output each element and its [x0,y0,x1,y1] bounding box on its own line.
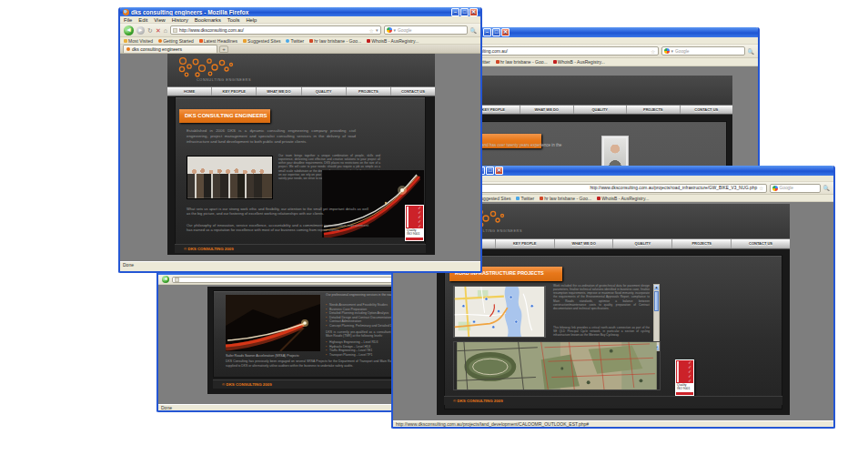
firefox-icon [158,39,162,43]
new-tab-button[interactable]: + [219,46,228,53]
search-box[interactable]: ▾ Google [661,46,745,56]
project-paragraph-2: This bikeway link provides a critical no… [553,326,650,337]
maximize-button[interactable]: □ [492,28,500,36]
nav-quality[interactable]: QUALITY [574,106,628,114]
status-text: Done [161,405,172,410]
folder-icon [124,39,127,43]
home-icon[interactable]: ⌂ [164,26,167,35]
tab-bar: dks consulting engineers + [120,45,480,54]
close-button[interactable]: ✕ [469,8,478,16]
page-viewport: CONSULTING ENGINEERS HOME KEY PEOPLE WHA… [120,54,480,261]
status-bar: Done [120,261,480,268]
page-banner: DKS CONSULTING ENGINEERS [179,109,270,123]
scroll-up-icon[interactable]: ▲ [654,285,659,290]
paragraph-three: Our philosophy of innovation, service ex… [187,223,368,232]
nav-contact-us[interactable]: CONTACT US [681,106,733,114]
nav-home[interactable]: HOME [167,87,212,96]
nav-what-we-do[interactable]: WHAT WE DO [520,106,574,114]
bookmark-star-icon[interactable]: ☆ [651,48,655,55]
nav-projects[interactable]: PROJECTS [672,239,732,248]
google-map-image[interactable] [453,286,546,338]
menu-view[interactable]: View [154,17,165,23]
magnifier-icon[interactable]: 🔍 [748,48,755,55]
bookmark-latest-headlines[interactable]: Latest Headlines [199,38,237,44]
close-button[interactable]: ✕ [495,167,503,175]
close-button[interactable]: ✕ [501,28,510,36]
magnifier-icon[interactable]: 🔍 [470,27,478,34]
bookmark-most-visited[interactable]: Most Visited [124,38,153,44]
logo-caption: CONSULTING ENGINEERS [197,78,251,82]
menu-tools[interactable]: Tools [227,17,240,23]
minimize-button[interactable]: – [451,8,459,16]
desktop: dks consulting engineers - Mozilla Firef… [0,0,868,455]
chevron-down-icon[interactable]: ▾ [671,48,674,54]
status-bar: http://www.dksconsulting.com.au/projects… [393,420,833,427]
bookmark-item[interactable]: Twitter [516,196,534,201]
bookmark-icon [540,197,543,200]
navigation-toolbar: ◄ ► ↻ ✕ ⌂ http://www.dksconsulting.com.a… [120,24,480,37]
bookmark-item[interactable]: WhoisB - AusRegistry... [597,196,649,201]
search-placeholder: Google [675,49,689,54]
bookmark-hr-law[interactable]: hr law brisbane - Goo... [309,38,361,44]
google-icon [387,27,392,33]
menu-bookmarks[interactable]: Bookmarks [195,17,221,23]
chevron-down-icon[interactable]: ▾ [376,27,378,33]
back-button[interactable]: ◄ [124,25,134,35]
forward-button[interactable]: ► [136,26,145,35]
nav-key-people[interactable]: KEY PEOPLE [212,87,257,96]
site-header: CONSULTING ENGINEERS [437,204,790,238]
project-paragraph-1: Work included the co-ordination of geote… [553,284,650,310]
twitter-icon [286,39,289,43]
bookmark-item[interactable]: hr law brisbane - Goo... [496,59,548,65]
window-titlebar[interactable]: dks consulting engineers - Mozilla Firef… [120,7,480,16]
status-url-text: http://www.dksconsulting.com.au/projects… [396,421,589,427]
tab-favicon [126,47,130,51]
maximize-button[interactable]: □ [460,8,469,16]
nav-projects[interactable]: PROJECTS [627,106,681,114]
nav-what-we-do[interactable]: WHAT WE DO [257,87,301,96]
site-header: CONSULTING ENGINEERS [167,54,435,86]
bookmarks-bar: Most Visited Getting Started Latest Head… [120,37,480,45]
menu-bar: File Edit View History Bookmarks Tools H… [120,16,480,24]
tab-label: dks consulting engineers [132,46,182,52]
tab-dks-consulting[interactable]: dks consulting engineers [123,45,217,53]
bookmark-getting-started[interactable]: Getting Started [158,38,194,44]
menu-history[interactable]: History [172,17,188,23]
paragraph-two: What sets us apart is our strong work et… [187,207,368,216]
nav-quality[interactable]: QUALITY [613,239,672,248]
bookmark-suggested-sites[interactable]: Suggested Sites [243,38,280,44]
search-box[interactable]: ▾ Google [384,25,468,35]
iso-9001-badge: ✓✓✓✓✓ QualityISO 9001 [405,205,424,241]
nav-projects[interactable]: PROJECTS [347,87,391,96]
chevron-down-icon[interactable]: ▾ [394,27,397,33]
aerial-photo-image[interactable] [453,341,661,390]
menu-edit[interactable]: Edit [138,17,147,23]
feed-icon [199,39,203,43]
minimize-button[interactable]: – [483,28,491,36]
menu-file[interactable]: File [124,17,132,23]
bookmark-item[interactable]: WhoisB - AusRegistry... [553,59,605,65]
bookmark-star-icon[interactable]: ☆ [759,185,763,191]
menu-help[interactable]: Help [246,17,257,23]
nav-quality[interactable]: QUALITY [302,87,347,96]
back-button[interactable]: ◄ [162,276,169,283]
url-field[interactable]: http://www.dksconsulting.com.au/ ☆ ▾ [170,25,381,35]
bookmark-whois[interactable]: WhoisB - AusRegistry... [367,38,419,44]
maximize-button[interactable]: □ [486,167,494,175]
bookmark-star-icon[interactable]: ☆ [369,27,374,34]
nav-contact-us[interactable]: CONTACT US [391,87,435,96]
nav-key-people[interactable]: KEY PEOPLE [496,239,555,248]
intro-paragraph: Established in 2006 DKS is a dynamic con… [187,128,356,144]
magnifier-icon[interactable]: 🔍 [823,185,831,191]
folder-icon [243,39,247,43]
bookmark-icon [496,60,500,64]
stop-icon[interactable]: ✕ [156,26,161,35]
refresh-icon[interactable]: ↻ [147,26,153,35]
bookmark-item[interactable]: hr law brisbane - Goo... [540,196,591,201]
page-icon [173,28,177,33]
search-box[interactable]: Google [770,184,821,193]
bookmark-twitter[interactable]: Twitter [286,38,304,44]
nav-what-we-do[interactable]: WHAT WE DO [555,239,614,248]
scrollbar-thumb[interactable] [654,291,659,311]
nav-contact-us[interactable]: CONTACT US [732,239,790,248]
